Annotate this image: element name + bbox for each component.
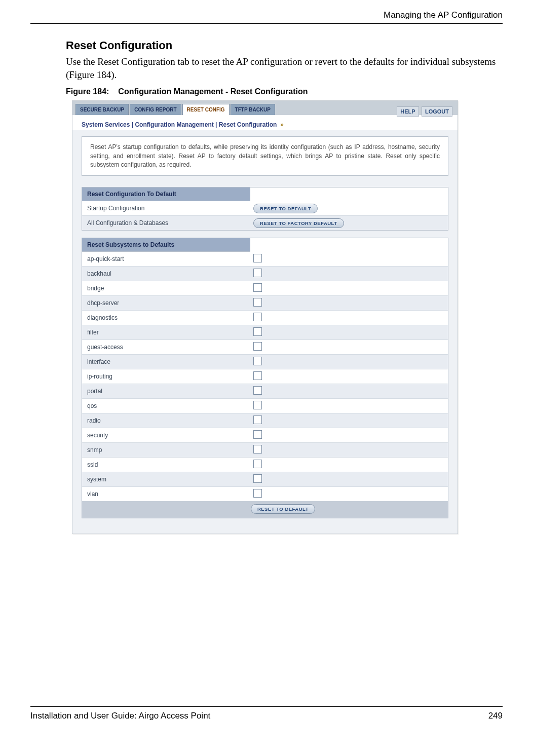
footer-page-number: 249 (488, 711, 503, 721)
subsystem-label: dhcp-server (82, 297, 250, 309)
subsystem-label: ssid (82, 459, 250, 470)
section-title: Reset Configuration (66, 39, 503, 52)
subsystem-row: guest-access (82, 340, 448, 355)
subsystem-row: bridge (82, 281, 448, 296)
subsystem-checkbox[interactable] (253, 474, 262, 483)
breadcrumb: System Services | Configuration Manageme… (72, 115, 458, 130)
row-startup-config: Startup Configuration RESET TO DEFAULT (82, 201, 448, 216)
description-box: Reset AP's startup configuration to defa… (82, 136, 448, 176)
subsystem-row: security (82, 428, 448, 443)
subsystem-label: snmp (82, 444, 250, 456)
subsystem-row: vlan (82, 487, 448, 501)
subsystem-row: ap-quick-start (82, 252, 448, 267)
tab-strip: SECURE BACKUP CONFIG REPORT RESET CONFIG… (75, 104, 275, 115)
subsystem-row: snmp (82, 443, 448, 458)
panel-reset-subsystems-title: Reset Subsystems to Defaults (82, 238, 250, 252)
subsystem-checkbox[interactable] (253, 254, 262, 262)
tab-reset-config[interactable]: RESET CONFIG (182, 104, 230, 115)
panel-reset-default: Reset Configuration To Default Startup C… (82, 187, 448, 231)
subsystem-checkbox[interactable] (253, 386, 262, 395)
help-link[interactable]: HELP (397, 106, 418, 117)
subsystem-row: dhcp-server (82, 296, 448, 311)
subsystem-label: system (82, 474, 250, 485)
reset-to-factory-default-button[interactable]: RESET TO FACTORY DEFAULT (253, 218, 344, 228)
logout-link[interactable]: LOGOUT (422, 106, 452, 117)
tab-secure-backup[interactable]: SECURE BACKUP (75, 104, 129, 115)
subsystem-row: interface (82, 355, 448, 369)
label-all-config: All Configuration & Databases (82, 217, 250, 229)
footer-doc-title: Installation and User Guide: Airgo Acces… (30, 711, 210, 721)
breadcrumb-arrow-icon: » (279, 121, 284, 128)
subsystem-checkbox[interactable] (253, 357, 262, 365)
subsystem-checkbox[interactable] (253, 371, 262, 380)
figure-label: Figure 184: (66, 87, 109, 96)
subsystem-checkbox[interactable] (253, 460, 262, 468)
label-startup-config: Startup Configuration (82, 203, 250, 214)
subsystem-checkbox[interactable] (253, 430, 262, 439)
panel-reset-subsystems: Reset Subsystems to Defaults ap-quick-st… (82, 238, 448, 518)
subsystem-checkbox[interactable] (253, 269, 262, 277)
figure-title: Configuration Management - Reset Configu… (118, 87, 308, 96)
subsystem-row: qos (82, 399, 448, 413)
subsystem-label: ap-quick-start (82, 253, 250, 264)
page-footer: Installation and User Guide: Airgo Acces… (30, 706, 503, 721)
subsystem-checkbox[interactable] (253, 489, 262, 498)
subsystem-checkbox[interactable] (253, 342, 262, 351)
reset-subsystems-button[interactable]: RESET TO DEFAULT (251, 504, 315, 514)
subsystem-row: diagnostics (82, 311, 448, 325)
figure-caption: Figure 184:Configuration Management - Re… (66, 87, 503, 96)
subsystem-label: portal (82, 386, 250, 397)
reset-to-default-button[interactable]: RESET TO DEFAULT (253, 204, 318, 213)
subsystem-label: security (82, 430, 250, 441)
subsystem-label: filter (82, 327, 250, 338)
subsystem-checkbox[interactable] (253, 445, 262, 453)
subsystem-label: qos (82, 400, 250, 411)
subsystem-row: portal (82, 384, 448, 399)
subsystem-row: filter (82, 325, 448, 340)
subsystem-label: vlan (82, 488, 250, 500)
subsystem-checkbox[interactable] (253, 298, 262, 307)
page-header: Managing the AP Configuration (30, 10, 503, 24)
subsystem-checkbox[interactable] (253, 283, 262, 292)
panel-reset-default-title: Reset Configuration To Default (82, 187, 250, 201)
section-intro: Use the Reset Configuration tab to reset… (66, 55, 503, 81)
top-links: HELP LOGOUT (396, 108, 452, 115)
screenshot-topbar: SECURE BACKUP CONFIG REPORT RESET CONFIG… (72, 101, 458, 115)
row-all-config: All Configuration & Databases RESET TO F… (82, 216, 448, 230)
subsystem-row: backhaul (82, 267, 448, 281)
subsystem-label: ip-routing (82, 371, 250, 382)
subsystem-label: interface (82, 356, 250, 367)
subsystem-row: system (82, 472, 448, 487)
tab-tftp-backup[interactable]: TFTP BACKUP (231, 104, 275, 115)
subsystem-label: diagnostics (82, 312, 250, 323)
subsystem-row: radio (82, 413, 448, 428)
subsystem-label: radio (82, 415, 250, 426)
screenshot-figure: SECURE BACKUP CONFIG REPORT RESET CONFIG… (72, 100, 458, 534)
subsystem-label: backhaul (82, 268, 250, 279)
subsystem-label: bridge (82, 283, 250, 294)
panel-footer: RESET TO DEFAULT (82, 501, 448, 518)
tab-config-report[interactable]: CONFIG REPORT (130, 104, 181, 115)
subsystem-checkbox[interactable] (253, 313, 262, 321)
subsystem-row: ip-routing (82, 369, 448, 384)
screenshot-body: Reset AP's startup configuration to defa… (72, 130, 458, 534)
breadcrumb-text: System Services | Configuration Manageme… (82, 121, 277, 128)
subsystem-label: guest-access (82, 342, 250, 353)
subsystem-checkbox[interactable] (253, 327, 262, 336)
subsystem-row: ssid (82, 458, 448, 472)
subsystem-checkbox[interactable] (253, 401, 262, 409)
subsystem-checkbox[interactable] (253, 415, 262, 424)
